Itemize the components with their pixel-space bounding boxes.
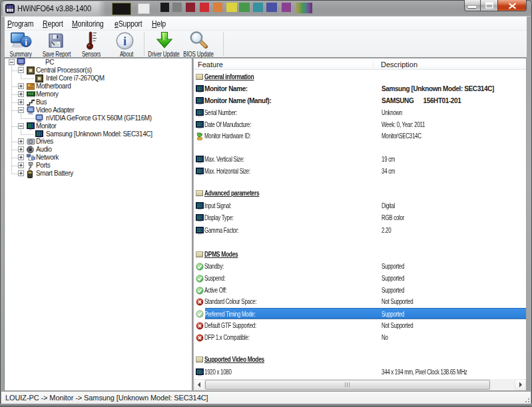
svg-text:i: i [123, 35, 127, 48]
svg-text:i: i [25, 37, 27, 47]
